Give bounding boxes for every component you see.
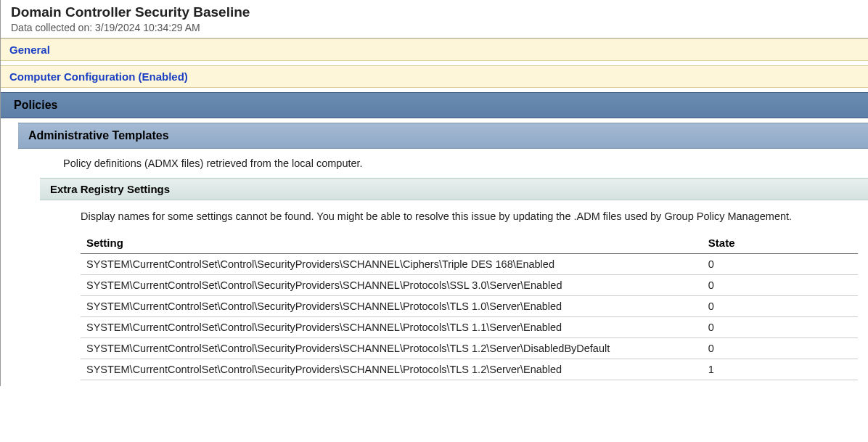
section-administrative-templates[interactable]: Administrative Templates [18, 123, 868, 149]
section-extra-registry-settings[interactable]: Extra Registry Settings [40, 178, 868, 200]
section-policies[interactable]: Policies [1, 92, 868, 118]
display-names-note: Display names for some settings cannot b… [70, 200, 868, 226]
report-container: Domain Controller Security Baseline Data… [0, 0, 868, 386]
table-row: SYSTEM\CurrentControlSet\Control\Securit… [81, 317, 858, 338]
section-computer-configuration[interactable]: Computer Configuration (Enabled) [1, 65, 868, 88]
report-header: Domain Controller Security Baseline Data… [1, 0, 868, 38]
section-general-label: General [9, 44, 50, 56]
setting-cell: SYSTEM\CurrentControlSet\Control\Securit… [81, 338, 703, 359]
setting-cell: SYSTEM\CurrentControlSet\Control\Securit… [81, 275, 703, 296]
table-row: SYSTEM\CurrentControlSet\Control\Securit… [81, 338, 858, 359]
table-row: SYSTEM\CurrentControlSet\Control\Securit… [81, 359, 858, 380]
column-header-setting: Setting [81, 232, 703, 254]
registry-settings-table: Setting State SYSTEM\CurrentControlSet\C… [81, 232, 858, 380]
state-cell: 0 [703, 254, 858, 275]
state-cell: 0 [703, 275, 858, 296]
column-header-state: State [703, 232, 858, 254]
registry-settings-table-wrapper: Setting State SYSTEM\CurrentControlSet\C… [70, 226, 868, 386]
setting-cell: SYSTEM\CurrentControlSet\Control\Securit… [81, 317, 703, 338]
policy-definitions-note: Policy definitions (ADMX files) retrieve… [53, 149, 868, 178]
setting-cell: SYSTEM\CurrentControlSet\Control\Securit… [81, 296, 703, 317]
state-cell: 0 [703, 317, 858, 338]
state-cell: 0 [703, 296, 858, 317]
section-general[interactable]: General [1, 38, 868, 61]
section-computer-configuration-label: Computer Configuration (Enabled) [9, 70, 188, 83]
setting-cell: SYSTEM\CurrentControlSet\Control\Securit… [81, 359, 703, 380]
table-row: SYSTEM\CurrentControlSet\Control\Securit… [81, 296, 858, 317]
collected-on-label: Data collected on: 3/19/2024 10:34:29 AM [11, 22, 861, 33]
section-policies-label: Policies [14, 99, 57, 111]
table-row: SYSTEM\CurrentControlSet\Control\Securit… [81, 275, 858, 296]
section-extra-registry-settings-label: Extra Registry Settings [50, 183, 170, 195]
section-administrative-templates-label: Administrative Templates [28, 129, 169, 142]
state-cell: 0 [703, 338, 858, 359]
table-row: SYSTEM\CurrentControlSet\Control\Securit… [81, 254, 858, 275]
state-cell: 1 [703, 359, 858, 380]
setting-cell: SYSTEM\CurrentControlSet\Control\Securit… [81, 254, 703, 275]
page-title: Domain Controller Security Baseline [11, 4, 861, 20]
